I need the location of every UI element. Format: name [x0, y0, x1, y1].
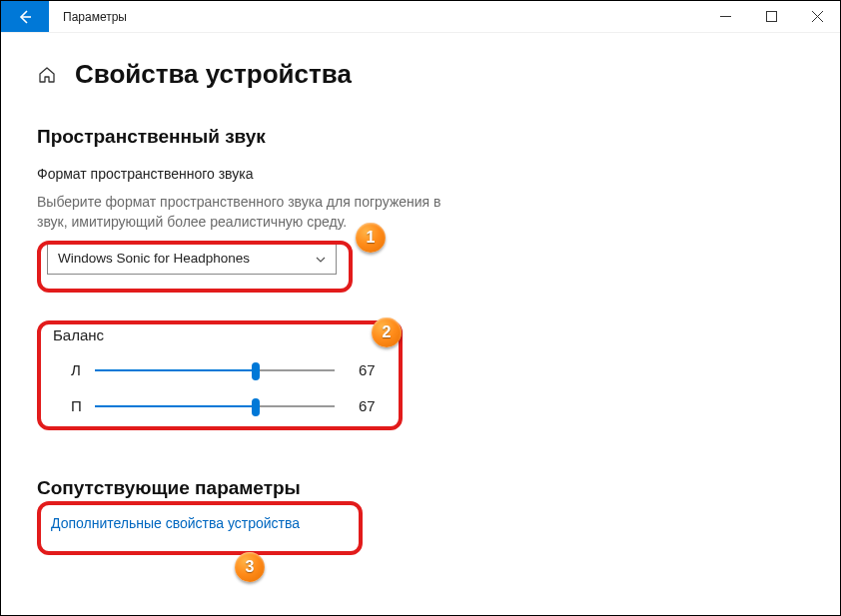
spatial-sound-dropdown[interactable]: Windows Sonic for Headphones	[47, 243, 337, 275]
window-controls	[702, 1, 840, 32]
close-button[interactable]	[794, 1, 840, 32]
titlebar: Параметры	[1, 1, 840, 33]
home-icon[interactable]	[37, 65, 57, 85]
balance-left-value: 67	[359, 361, 376, 378]
window-title: Параметры	[49, 1, 702, 32]
page-header: Свойства устройства	[37, 59, 804, 90]
balance-left-row: Л 67	[71, 355, 417, 385]
balance-left-slider[interactable]	[95, 358, 335, 382]
balance-block: Баланс Л 67 П 67	[37, 320, 417, 433]
page-title: Свойства устройства	[75, 59, 352, 90]
spatial-sound-dropdown-wrap: Windows Sonic for Headphones	[37, 243, 349, 275]
balance-title: Баланс	[53, 326, 417, 343]
spatial-sound-format-label: Формат пространственного звука	[37, 166, 804, 182]
balance-right-row: П 67	[71, 391, 417, 421]
maximize-button[interactable]	[748, 1, 794, 32]
chevron-down-icon	[316, 253, 326, 265]
spatial-sound-title: Пространственный звук	[37, 126, 804, 148]
svg-rect-0	[766, 12, 776, 22]
additional-device-properties-link[interactable]: Дополнительные свойства устройства	[51, 511, 300, 535]
balance-left-label: Л	[71, 361, 95, 378]
balance-right-value: 67	[359, 397, 376, 414]
related-block: Сопутствующие параметры Дополнительные с…	[37, 477, 804, 535]
arrow-left-icon	[17, 9, 33, 25]
minimize-button[interactable]	[702, 1, 748, 32]
content: Свойства устройства Пространственный зву…	[1, 33, 840, 561]
balance-right-label: П	[71, 397, 95, 414]
dropdown-value: Windows Sonic for Headphones	[58, 251, 250, 266]
spatial-sound-help: Выберите формат пространственного звука …	[37, 192, 466, 233]
balance-right-slider[interactable]	[95, 394, 335, 418]
related-title: Сопутствующие параметры	[37, 477, 804, 499]
back-button[interactable]	[1, 1, 49, 32]
